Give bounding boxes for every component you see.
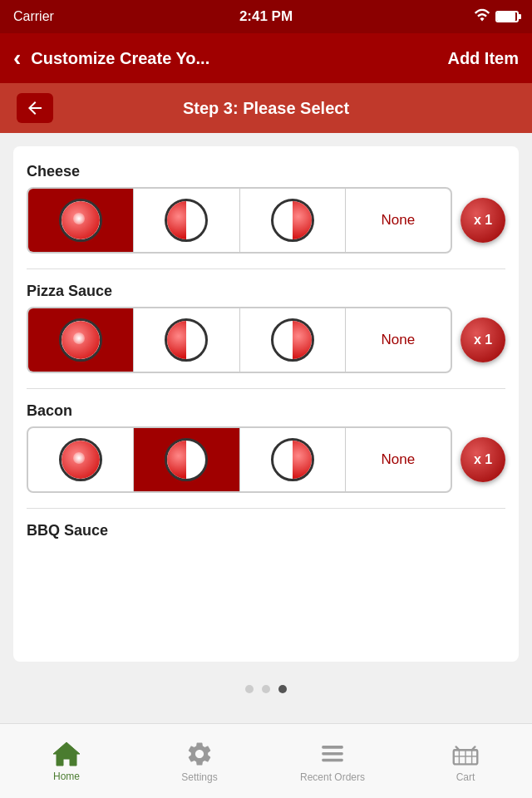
half-left-pizza-icon — [165, 199, 208, 242]
half-right-pizza-icon-bacon — [271, 438, 314, 481]
nav-title: Customize Create Yo... — [31, 49, 447, 68]
battery-icon — [495, 11, 519, 22]
page-dots — [0, 675, 532, 703]
topping-half-left-pizza-sauce[interactable] — [134, 308, 239, 372]
full-pizza-icon — [59, 199, 102, 242]
status-icons — [474, 8, 519, 25]
recent-orders-icon — [318, 740, 347, 768]
svg-rect-3 — [322, 758, 343, 761]
topping-section-cheese: Cheese — [27, 163, 505, 254]
topping-row-cheese: None x 1 — [27, 187, 505, 254]
divider-3 — [27, 508, 505, 509]
tab-home[interactable]: Home — [0, 724, 133, 798]
topping-label-cheese: Cheese — [27, 163, 505, 180]
half-right-pizza-icon — [271, 199, 314, 242]
status-bar: Carrier 2:41 PM — [0, 0, 532, 33]
topping-half-left-bacon[interactable] — [134, 428, 239, 491]
tab-home-label: Home — [53, 771, 80, 782]
topping-section-pizza-sauce: Pizza Sauce — [27, 283, 505, 373]
topping-row-pizza-sauce: None x 1 — [27, 307, 505, 373]
topping-full-bacon[interactable] — [28, 428, 134, 491]
page-dot-2 — [262, 685, 270, 693]
main-content: Cheese — [13, 146, 519, 662]
carrier-label: Carrier — [13, 9, 54, 24]
topping-none-bacon[interactable]: None — [346, 428, 451, 491]
tab-recent-orders-label: Recent Orders — [300, 771, 365, 783]
half-left-pizza-icon-sauce — [165, 318, 208, 362]
topping-full-pizza-sauce[interactable] — [28, 308, 134, 372]
topping-label-bacon: Bacon — [27, 402, 505, 420]
svg-rect-2 — [322, 751, 343, 755]
qty-badge-pizza-sauce[interactable]: x 1 — [461, 318, 505, 362]
nav-bar: ‹ Customize Create Yo... Add Item — [0, 33, 532, 83]
qty-badge-cheese[interactable]: x 1 — [461, 198, 505, 243]
full-pizza-icon-sauce — [59, 318, 102, 362]
topping-options-cheese: None — [27, 187, 452, 254]
cart-icon — [450, 740, 481, 768]
topping-none-cheese[interactable]: None — [346, 189, 451, 252]
sub-header-back-button[interactable] — [17, 93, 53, 123]
page-dot-3 — [278, 685, 287, 693]
topping-half-right-pizza-sauce[interactable] — [240, 308, 346, 372]
topping-label-bbq-sauce: BBQ Sauce — [27, 522, 505, 539]
divider-1 — [27, 268, 505, 269]
half-left-pizza-icon-bacon — [165, 438, 208, 481]
settings-icon — [185, 740, 214, 768]
svg-rect-1 — [322, 746, 343, 749]
qty-badge-bacon[interactable]: x 1 — [461, 437, 505, 482]
none-label-bacon: None — [382, 451, 416, 468]
topping-section-bacon: Bacon — [27, 402, 505, 493]
step-title: Step 3: Please Select — [66, 99, 466, 118]
wifi-icon — [474, 8, 490, 25]
page-dot-1 — [245, 685, 254, 693]
topping-half-left-cheese[interactable] — [134, 189, 239, 252]
sub-header: Step 3: Please Select — [0, 83, 532, 133]
home-icon — [52, 741, 81, 767]
back-button[interactable]: ‹ — [13, 45, 21, 71]
tab-recent-orders[interactable]: Recent Orders — [266, 724, 399, 798]
tab-cart[interactable]: Cart — [399, 724, 532, 798]
full-pizza-icon-bacon — [59, 438, 102, 481]
tab-bar: Home Settings Recent Orders Cart — [0, 723, 532, 798]
topping-row-bacon: None x 1 — [27, 426, 505, 493]
divider-2 — [27, 388, 505, 389]
topping-options-pizza-sauce: None — [27, 307, 452, 373]
topping-half-right-cheese[interactable] — [240, 189, 346, 252]
arrow-left-icon — [25, 98, 45, 118]
topping-options-bacon: None — [27, 426, 452, 493]
tab-cart-label: Cart — [456, 771, 475, 783]
topping-full-cheese[interactable] — [28, 189, 134, 252]
topping-section-bbq-sauce-partial: BBQ Sauce — [27, 522, 505, 539]
topping-label-pizza-sauce: Pizza Sauce — [27, 283, 505, 300]
add-item-button[interactable]: Add Item — [447, 49, 519, 68]
none-label-cheese: None — [382, 212, 416, 229]
topping-half-right-bacon[interactable] — [240, 428, 346, 491]
status-time: 2:41 PM — [239, 8, 293, 25]
tab-settings[interactable]: Settings — [133, 724, 266, 798]
topping-none-pizza-sauce[interactable]: None — [346, 308, 451, 372]
none-label-pizza-sauce: None — [382, 332, 416, 348]
half-right-pizza-icon-sauce — [271, 318, 314, 362]
tab-settings-label: Settings — [181, 771, 217, 783]
svg-marker-0 — [53, 742, 80, 766]
